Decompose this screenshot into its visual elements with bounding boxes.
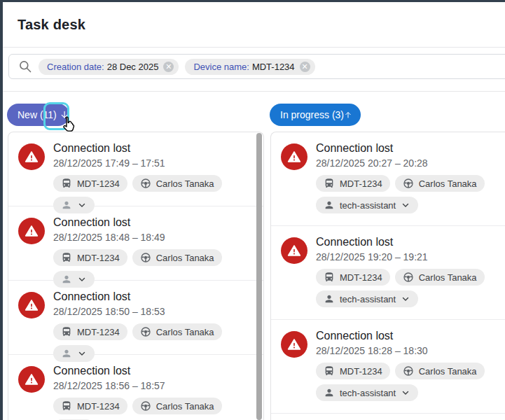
- filter-remove-icon[interactable]: ✕: [300, 62, 310, 72]
- alert-icon: [281, 237, 307, 264]
- task-title: Connection lost: [53, 142, 241, 155]
- steering-wheel-icon: [140, 326, 151, 337]
- assignee-chip-label: tech-assistant: [340, 388, 396, 398]
- chevron-down-icon: [77, 349, 87, 358]
- task-card[interactable]: Connection lost 28/12/2025 19:20 – 19:21…: [271, 226, 505, 320]
- task-title: Connection lost: [316, 330, 502, 342]
- assignee-chip-label: tech-assistant: [340, 200, 396, 211]
- driver-chip-label: Carlos Tanaka: [156, 178, 214, 189]
- assignee-chip[interactable]: tech-assistant: [316, 197, 418, 214]
- device-chip-label: MDT-1234: [77, 178, 120, 189]
- driver-chip-label: Carlos Tanaka: [156, 327, 214, 337]
- task-card[interactable]: Connection lost 28/12/2025 18:56 – 18:57…: [8, 355, 263, 420]
- task-time: 28/12/2025 19:20 – 19:21: [316, 251, 502, 262]
- search-bar[interactable]: Creation date: 28 Dec 2025 ✕ Device name…: [8, 54, 505, 79]
- person-icon: [324, 293, 335, 304]
- person-icon: [324, 387, 335, 398]
- device-chip-label: MDT-1234: [340, 366, 382, 377]
- task-chips: MDT-1234 Carlos Tanaka: [53, 249, 241, 288]
- steering-wheel-icon: [140, 400, 151, 412]
- column-header-new[interactable]: New (11): [7, 104, 69, 126]
- bus-icon: [61, 252, 72, 263]
- driver-chip[interactable]: Carlos Tanaka: [395, 363, 485, 379]
- scrollbar-thumb[interactable]: [256, 133, 262, 420]
- filter-chip[interactable]: Device name: MDT-1234 ✕: [185, 59, 314, 75]
- device-chip[interactable]: MDT-1234: [316, 175, 390, 192]
- assignee-chip[interactable]: tech-assistant: [316, 290, 418, 307]
- filter-chip-value: 28 Dec 2025: [107, 62, 159, 72]
- task-card[interactable]: Connection lost 28/12/2025 18:28 – 18:30…: [271, 320, 505, 414]
- filter-chip[interactable]: Creation date: 28 Dec 2025 ✕: [39, 59, 179, 75]
- task-chips: MDT-1234 Carlos Tanaka: [53, 175, 241, 214]
- driver-chip-label: Carlos Tanaka: [419, 366, 477, 377]
- chevron-down-icon: [77, 274, 87, 284]
- column-in-progress: Connection lost 28/12/2025 20:27 – 20:28…: [270, 132, 505, 420]
- device-chip-label: MDT-1234: [340, 272, 382, 283]
- task-card[interactable]: Connection lost 28/12/2025 18:48 – 18:49…: [8, 206, 263, 281]
- column-header-label: New (11): [18, 109, 57, 120]
- column-header-in-progress[interactable]: In progress (3): [270, 104, 361, 126]
- task-card-body: Connection lost 28/12/2025 18:50 – 18:53…: [53, 290, 241, 354]
- person-icon: [324, 200, 335, 211]
- alert-icon: [18, 292, 45, 318]
- device-chip[interactable]: MDT-1234: [316, 269, 390, 286]
- filter-chip-value: MDT-1234: [252, 62, 295, 72]
- device-chip-label: MDT-1234: [77, 253, 120, 263]
- bus-icon: [324, 365, 335, 377]
- chevron-down-icon: [77, 200, 87, 210]
- driver-chip[interactable]: Carlos Tanaka: [395, 175, 485, 192]
- task-chips: MDT-1234 Carlos Tanaka tech-assistant: [316, 175, 502, 214]
- filter-remove-icon[interactable]: ✕: [163, 62, 174, 72]
- driver-chip[interactable]: Carlos Tanaka: [132, 323, 222, 340]
- task-card-body: Connection lost 28/12/2025 18:56 – 18:57…: [53, 364, 241, 420]
- device-chip[interactable]: MDT-1234: [53, 398, 127, 414]
- task-card[interactable]: Connection lost 28/12/2025 18:50 – 18:53…: [8, 281, 263, 355]
- chevron-down-icon: [401, 200, 410, 210]
- alert-icon: [18, 144, 45, 170]
- arrow-down-icon[interactable]: [60, 108, 69, 122]
- task-title: Connection lost: [53, 290, 241, 303]
- driver-chip-label: Carlos Tanaka: [156, 253, 214, 263]
- filter-chips: Creation date: 28 Dec 2025 ✕ Device name…: [39, 59, 315, 75]
- assignee-chip[interactable]: [53, 197, 95, 214]
- task-card-body: Connection lost 28/12/2025 19:20 – 19:21…: [316, 235, 502, 319]
- assignee-chip[interactable]: tech-assistant: [316, 384, 418, 401]
- task-card[interactable]: Connection lost 28/12/2025 17:49 – 17:51…: [8, 132, 263, 206]
- steering-wheel-icon: [403, 178, 414, 189]
- task-card-body: Connection lost 28/12/2025 17:49 – 17:51…: [53, 141, 241, 206]
- driver-chip[interactable]: Carlos Tanaka: [132, 175, 222, 192]
- assignee-chip-label: tech-assistant: [340, 294, 396, 304]
- steering-wheel-icon: [403, 365, 414, 377]
- arrow-up-icon[interactable]: [344, 108, 352, 122]
- assignee-chip[interactable]: [53, 345, 95, 362]
- bus-icon: [324, 272, 335, 283]
- device-chip[interactable]: MDT-1234: [316, 363, 390, 379]
- task-time: 28/12/2025 18:56 – 18:57: [53, 380, 241, 391]
- assignee-chip[interactable]: [53, 271, 95, 288]
- alert-icon: [18, 218, 45, 244]
- device-chip[interactable]: MDT-1234: [53, 249, 127, 266]
- bus-icon: [61, 178, 72, 189]
- task-card-body: Connection lost 28/12/2025 18:48 – 18:49…: [53, 216, 241, 280]
- header-divider: [3, 47, 505, 48]
- driver-chip[interactable]: Carlos Tanaka: [395, 269, 485, 286]
- alert-icon: [281, 331, 307, 358]
- task-card[interactable]: Connection lost 28/12/2025 20:27 – 20:28…: [271, 132, 505, 226]
- search-icon: [18, 59, 32, 74]
- driver-chip[interactable]: Carlos Tanaka: [132, 249, 222, 266]
- alert-icon: [281, 144, 307, 170]
- steering-wheel-icon: [140, 252, 151, 263]
- column-new: Connection lost 28/12/2025 17:49 – 17:51…: [8, 132, 264, 420]
- bus-icon: [61, 400, 72, 412]
- driver-chip-label: Carlos Tanaka: [156, 401, 214, 412]
- device-chip[interactable]: MDT-1234: [53, 175, 127, 192]
- driver-chip-label: Carlos Tanaka: [419, 272, 477, 283]
- bus-icon: [61, 326, 72, 337]
- driver-chip[interactable]: Carlos Tanaka: [132, 398, 222, 414]
- device-chip[interactable]: MDT-1234: [53, 323, 127, 340]
- task-card-body: Connection lost 28/12/2025 20:27 – 20:28…: [316, 141, 502, 225]
- task-chips: MDT-1234 Carlos Tanaka tech-assistant: [316, 269, 502, 307]
- filter-chip-label: Device name:: [193, 62, 249, 72]
- task-card-body: Connection lost 28/12/2025 18:28 – 18:30…: [316, 329, 502, 413]
- task-title: Connection lost: [316, 142, 502, 155]
